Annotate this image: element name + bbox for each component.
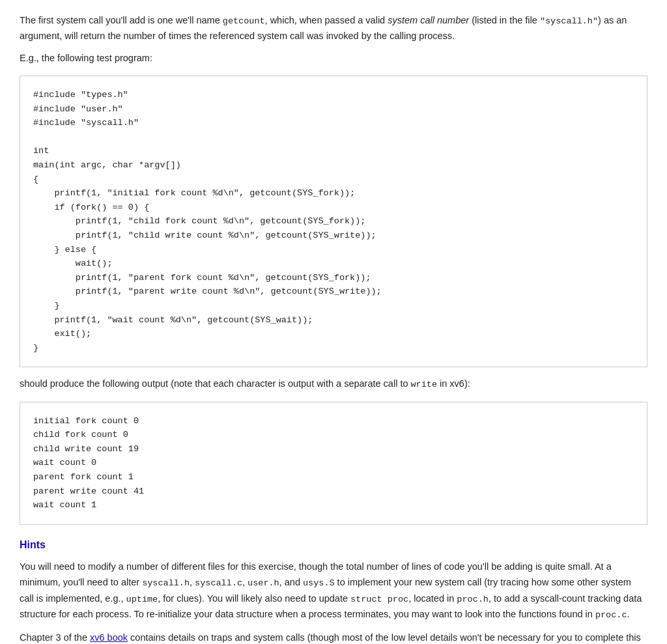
uptime-hint: uptime	[126, 595, 158, 604]
struct-proc-hint: struct proc	[350, 595, 408, 604]
xv6-book-link[interactable]: xv6 book	[90, 632, 128, 643]
intro-paragraph: The first system call you'll add is one …	[20, 13, 647, 44]
hints-para1: You will need to modify a number of diff…	[20, 559, 647, 623]
eg-label: E.g., the following test program:	[20, 51, 647, 66]
write-inline-code: write	[411, 380, 438, 389]
syscall-h-code: "syscall.h"	[540, 16, 598, 26]
should-text2: in xv6):	[437, 378, 470, 389]
hints-heading: Hints	[20, 537, 647, 553]
user-h-hint: user.h	[248, 578, 279, 588]
proc-c-hint: proc.c	[595, 610, 627, 620]
code-block-main: #include "types.h" #include "user.h" #in…	[20, 76, 647, 367]
proc-h-hint: proc.h	[457, 595, 489, 604]
syscall-number-italic: system call number	[388, 15, 469, 25]
should-paragraph: should produce the following output (not…	[20, 376, 647, 392]
syscall-h-hint: syscall.h	[142, 578, 190, 588]
intro-text1: The first system call you'll add is one …	[20, 15, 223, 25]
getcount-code: getcount	[223, 16, 265, 26]
code-block-output: initial fork count 0 child fork count 0 …	[20, 402, 647, 525]
code-content-main: #include "types.h" #include "user.h" #in…	[33, 90, 382, 353]
hints-para2: Chapter 3 of the xv6 book contains detai…	[20, 630, 647, 644]
intro-text2: , which, when passed a valid	[265, 15, 388, 25]
intro-text3: (listed in the file	[469, 15, 540, 25]
usys-s-hint: usys.S	[303, 578, 335, 588]
syscall-c-hint: syscall.c	[195, 578, 242, 588]
should-text1: should produce the following output (not…	[20, 378, 411, 389]
